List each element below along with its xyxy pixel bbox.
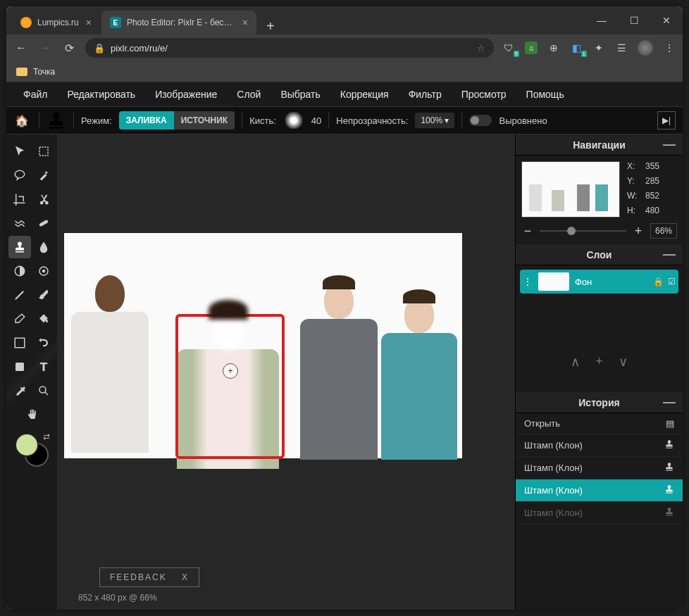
w-label: W:: [627, 191, 641, 203]
menu-view[interactable]: Просмотр: [453, 84, 515, 104]
extensions-icon[interactable]: ✦: [592, 42, 605, 54]
history-item[interactable]: Открыть ▤: [516, 413, 683, 434]
tool-sponge[interactable]: [32, 260, 55, 282]
reading-list-icon[interactable]: ☰: [615, 42, 628, 54]
menu-icon[interactable]: ⋮: [663, 42, 676, 54]
image-content: [71, 275, 149, 458]
tool-dodge[interactable]: [8, 260, 31, 282]
tool-zoom[interactable]: [32, 379, 55, 402]
titlebar: Lumpics.ru × E Photo Editor: Pixlr E - б…: [6, 6, 683, 34]
profile-avatar[interactable]: [638, 40, 653, 56]
close-icon[interactable]: ×: [86, 17, 92, 28]
mode-fill-button[interactable]: ЗАЛИВКА: [119, 111, 174, 130]
tool-cut[interactable]: [32, 188, 55, 210]
navigator-thumbnail[interactable]: [521, 161, 620, 218]
panel-toggle-icon[interactable]: ▶|: [657, 111, 676, 130]
tab-lumpics[interactable]: Lumpics.ru ×: [12, 11, 100, 34]
separator: [39, 112, 39, 129]
status-text: 852 x 480 px @ 66%: [78, 593, 157, 603]
tool-hand[interactable]: [20, 403, 43, 426]
lock-icon[interactable]: 🔒: [653, 277, 664, 287]
tab-pixlr[interactable]: E Photo Editor: Pixlr E - бесплатны ×: [101, 11, 256, 34]
menu-file[interactable]: Файл: [15, 84, 56, 104]
tool-crop[interactable]: [8, 188, 31, 210]
history-item[interactable]: Штамп (Клон): [516, 479, 683, 502]
nav-panel-header[interactable]: Навигации —: [516, 134, 683, 156]
maximize-button[interactable]: ☐: [618, 6, 650, 34]
mode-source-button[interactable]: ИСТОЧНИК: [174, 111, 235, 130]
color-swatches[interactable]: ⇄: [15, 433, 49, 467]
drag-handle-icon[interactable]: ⋮: [523, 276, 533, 287]
reload-button[interactable]: ⟳: [61, 42, 77, 55]
swap-colors-icon[interactable]: ⇄: [43, 432, 50, 441]
layers-panel-header[interactable]: Слои —: [516, 244, 683, 265]
layer-item[interactable]: ⋮ Фон 🔒 ☑: [520, 270, 678, 294]
minimize-button[interactable]: —: [585, 6, 618, 34]
tool-text[interactable]: [32, 356, 55, 378]
history-panel-header[interactable]: История —: [516, 392, 683, 413]
tool-fill[interactable]: [32, 308, 55, 330]
history-item[interactable]: Штамп (Клон): [516, 434, 683, 457]
menu-help[interactable]: Помощь: [518, 84, 573, 104]
feedback-close[interactable]: X: [182, 572, 189, 582]
tool-brush[interactable]: [32, 284, 55, 306]
folder-icon: [16, 68, 27, 76]
tool-pointer[interactable]: [8, 140, 31, 163]
tool-eraser[interactable]: [8, 308, 31, 330]
tabs: Lumpics.ru × E Photo Editor: Pixlr E - б…: [6, 6, 283, 34]
tool-replace[interactable]: [32, 332, 55, 354]
new-tab-button[interactable]: +: [258, 18, 283, 34]
menu-select[interactable]: Выбрать: [272, 84, 328, 104]
close-button[interactable]: ✕: [650, 6, 683, 34]
tool-gradient[interactable]: [8, 332, 31, 354]
home-icon[interactable]: 🏠: [12, 111, 32, 130]
w-value: 852: [645, 191, 677, 203]
menu-layer[interactable]: Слой: [228, 84, 269, 104]
tool-pen[interactable]: [8, 284, 31, 306]
brush-preview[interactable]: [283, 112, 304, 129]
stamp-icon: [46, 111, 66, 130]
menu-image[interactable]: Изображение: [147, 84, 225, 104]
menu-adjust[interactable]: Коррекция: [332, 84, 397, 104]
history-item[interactable]: Штамп (Клон): [516, 502, 683, 524]
tool-shape[interactable]: [8, 356, 31, 378]
tool-lasso[interactable]: [8, 164, 31, 187]
zoom-in-button[interactable]: +: [632, 224, 645, 239]
collapse-icon[interactable]: —: [663, 137, 676, 152]
tool-wand[interactable]: [32, 164, 55, 187]
url-input[interactable]: 🔒 pixlr.com/ru/e/ ☆: [85, 38, 494, 58]
forward-button[interactable]: →: [37, 42, 53, 54]
star-icon[interactable]: ☆: [477, 43, 485, 54]
panel-title: Навигации: [573, 139, 626, 151]
visibility-icon[interactable]: ☑: [668, 277, 676, 287]
aligned-toggle[interactable]: [469, 115, 492, 126]
feedback-button[interactable]: FEEDBACK X: [99, 567, 199, 587]
tool-blur[interactable]: [32, 236, 55, 258]
close-icon[interactable]: ×: [242, 17, 248, 28]
ext-music-icon[interactable]: ♫: [525, 42, 538, 54]
tool-marquee[interactable]: [32, 140, 55, 163]
canvas[interactable]: +: [64, 233, 462, 458]
ext-globe-icon[interactable]: ⊕: [547, 42, 560, 54]
zoom-out-button[interactable]: −: [521, 224, 534, 239]
collapse-icon[interactable]: —: [663, 395, 676, 410]
add-layer-button[interactable]: +: [595, 354, 603, 370]
tool-clone-stamp[interactable]: [8, 236, 31, 258]
ext-cube-icon[interactable]: ◧1: [570, 42, 583, 54]
bookmark-item[interactable]: Точка: [33, 67, 55, 77]
collapse-icon[interactable]: —: [663, 247, 676, 262]
x-value: 355: [645, 161, 677, 173]
menu-filter[interactable]: Фильтр: [400, 84, 450, 104]
menu-edit[interactable]: Редактировать: [58, 84, 144, 104]
tool-liquify[interactable]: [8, 212, 31, 234]
tool-heal[interactable]: [32, 212, 55, 234]
zoom-slider[interactable]: [540, 230, 626, 232]
history-item[interactable]: Штамп (Клон): [516, 457, 683, 479]
layer-up-icon[interactable]: ∧: [571, 354, 580, 370]
back-button[interactable]: ←: [13, 42, 29, 54]
ext-adblock-icon[interactable]: 🛡5: [502, 42, 515, 54]
tool-eyedropper[interactable]: [8, 379, 31, 402]
layer-down-icon[interactable]: ∨: [619, 354, 628, 370]
opacity-value[interactable]: 100% ▾: [415, 113, 454, 128]
foreground-color[interactable]: [15, 433, 39, 457]
